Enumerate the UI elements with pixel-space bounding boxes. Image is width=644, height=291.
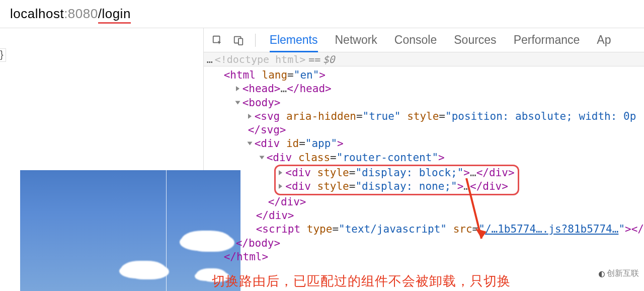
dom-div-close[interactable]: </div> (210, 195, 644, 209)
dom-head[interactable]: <head>…</head> (210, 82, 644, 96)
breadcrumb-eq: == (308, 53, 320, 65)
toolbar-separator (255, 34, 256, 47)
main-split: } Elements Network Console Sources Perfo… (0, 28, 644, 291)
breadcrumb-dollar: $0 (323, 53, 335, 65)
dom-div-close2[interactable]: </div> (210, 209, 644, 223)
expand-triangle-icon[interactable] (248, 114, 252, 119)
page-content-pane: } (0, 28, 204, 291)
inspect-icon[interactable] (211, 34, 224, 47)
dom-script[interactable]: <script type="text/javascript" src="/…1b… (210, 223, 644, 236)
expand-triangle-icon[interactable] (247, 142, 252, 146)
expand-triangle-icon[interactable] (235, 101, 240, 104)
dom-body-open[interactable]: <body> (210, 96, 644, 110)
breadcrumb-doctype: <!doctype html> (215, 53, 306, 65)
watermark: ◐ 创新互联 (597, 266, 641, 281)
expand-triangle-icon[interactable] (279, 184, 282, 189)
watermark-label: 创新互联 (607, 268, 639, 279)
tab-performance[interactable]: Performance (514, 28, 580, 52)
svg-rect-2 (238, 38, 243, 45)
expand-triangle-icon[interactable] (279, 170, 282, 175)
tab-console[interactable]: Console (394, 28, 437, 52)
tab-elements[interactable]: Elements (270, 28, 318, 52)
dom-app[interactable]: <div id="app"> (210, 137, 644, 151)
dom-html-close[interactable]: </html> (210, 250, 644, 264)
address-bar[interactable]: localhost:8080/login (0, 0, 644, 28)
dom-svg-close[interactable]: </svg> (210, 123, 644, 137)
dom-router-content[interactable]: <div class="router-content"> (210, 151, 644, 165)
dom-tree[interactable]: <html lang="en"> <head>…</head> <body> <… (204, 66, 644, 291)
dom-body-close[interactable]: </body> (210, 237, 644, 250)
dom-highlighted-block[interactable]: <div style="display: block;">…</div> <di… (210, 165, 644, 195)
stray-character: } (0, 48, 6, 62)
breadcrumb-bar[interactable]: … <!doctype html> == $0 (204, 52, 644, 66)
expand-triangle-icon[interactable] (259, 156, 264, 159)
tab-application-partial[interactable]: Ap (597, 28, 611, 52)
dom-svg[interactable]: <svg aria-hidden="true" style="position:… (210, 110, 644, 123)
tab-network[interactable]: Network (335, 28, 377, 52)
devtools-panel: Elements Network Console Sources Perform… (204, 28, 644, 291)
breadcrumb-ellipsis: … (207, 53, 213, 65)
tab-sources[interactable]: Sources (454, 28, 496, 52)
highlight-box: <div style="display: block;">…</div> <di… (274, 165, 519, 195)
watermark-logo-icon: ◐ (599, 267, 605, 280)
devtools-tabs: Elements Network Console Sources Perform… (270, 28, 611, 52)
devtools-toolbar: Elements Network Console Sources Perform… (204, 28, 644, 52)
annotation-text: 切换路由后，已匹配过的组件不会被卸载，只切换 (212, 273, 511, 290)
dom-html-open[interactable]: <html lang="en"> (210, 68, 644, 82)
device-toolbar-icon[interactable] (232, 34, 245, 47)
url-text: localhost:8080/login (10, 6, 131, 22)
expand-triangle-icon[interactable] (236, 86, 239, 91)
